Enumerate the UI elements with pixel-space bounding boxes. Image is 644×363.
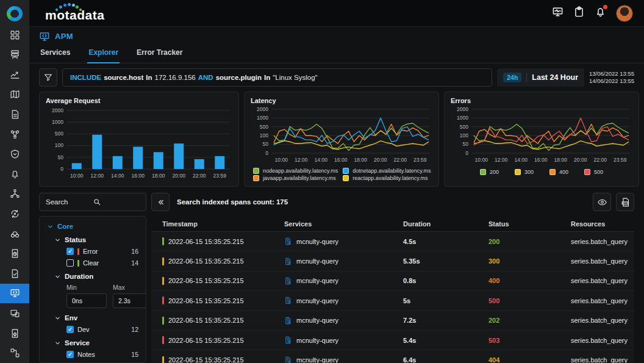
table-row[interactable]: 2022-06-15 15:35:25.215mcnulty-query5s50… [151, 291, 634, 311]
facet-option-dev[interactable]: ✓Dev12 [66, 326, 138, 333]
filter-funnel-button[interactable] [39, 68, 57, 87]
sidebar-item-audit-check-document[interactable] [0, 264, 29, 284]
eye-button[interactable] [593, 193, 611, 211]
facet-option-count: 14 [131, 259, 138, 267]
table-row[interactable]: 2022-06-15 15:35:25.215mcnulty-query5.35… [151, 251, 634, 271]
service-name: mcnulty-query [296, 356, 338, 363]
table-header-row: TimestampServicesDurationStatusResources [151, 216, 634, 232]
legend-item[interactable]: 500 [584, 169, 603, 175]
screen-activity-icon[interactable] [552, 6, 564, 20]
checkbox[interactable] [66, 259, 74, 267]
service-cell: mcnulty-query [273, 257, 392, 265]
facet-option-notes[interactable]: ✓Notes15 [66, 351, 138, 358]
sidebar-item-automation-sync[interactable] [0, 204, 29, 224]
sidebar-item-topology[interactable] [0, 124, 29, 145]
row-status-bar [162, 317, 164, 325]
brand-dot [76, 5, 79, 9]
facet-section-label: Env [65, 314, 77, 322]
sidebar [0, 0, 29, 363]
svg-text:2000: 2000 [457, 106, 468, 112]
legend-item[interactable]: 400 [549, 169, 568, 175]
tab-explorer[interactable]: Explorer [87, 46, 120, 63]
column-header-resources: Resources [560, 220, 634, 228]
config-document-icon [10, 328, 20, 339]
legend-item[interactable]: 200 [480, 169, 499, 175]
query-input[interactable]: INCLUDEsource.hostIn172.16.9.156ANDsourc… [62, 68, 492, 87]
checkbox[interactable]: ✓ [66, 326, 74, 333]
facet-option-error[interactable]: ✓Error16 [66, 248, 138, 255]
svg-text:18:00: 18:00 [554, 157, 568, 163]
sidebar-item-reports-document[interactable] [0, 104, 29, 124]
row-status-bar [162, 297, 164, 304]
table-row[interactable]: 2022-06-15 15:35:25.215mcnulty-query7.2s… [151, 311, 634, 331]
facet-section-header[interactable]: Status [54, 236, 138, 243]
timestamp-cell: 2022-06-15 15:35:25.215 [151, 237, 273, 245]
svg-text:100: 100 [460, 132, 468, 138]
sidebar-item-integrations-flow[interactable] [0, 343, 29, 363]
avatar[interactable] [616, 5, 633, 22]
sidebar-item-discovery-binoculars[interactable] [0, 224, 29, 244]
timestamp-value: 2022-06-15 15:35:25.215 [168, 317, 244, 324]
legend-item[interactable]: javaapp.availability.latency.ms [253, 175, 338, 181]
facet-option-count: 15 [131, 351, 138, 358]
facet-group-core[interactable]: Core [47, 223, 138, 230]
sidebar-item-devices[interactable] [0, 303, 29, 323]
tab-services[interactable]: Services [39, 46, 71, 63]
legend-item[interactable]: 300 [515, 169, 534, 175]
column-header-timestamp: Timestamp [151, 220, 273, 228]
sidebar-item-network-map[interactable] [0, 85, 29, 105]
duration-min-input[interactable] [66, 293, 107, 308]
service-cell: mcnulty-query [273, 356, 392, 363]
facet-section-header[interactable]: Service [54, 339, 138, 347]
legend-swatch [253, 168, 259, 174]
legend-item[interactable]: nodeapp.availability.latency.ms [253, 168, 338, 174]
status-color-bar [77, 260, 79, 267]
query-part: "Linux Syslog" [273, 74, 317, 81]
metrics-trend-icon [10, 70, 20, 80]
spans-toolbar-actions: CSV [593, 193, 634, 211]
notifications-bell-icon[interactable] [595, 6, 606, 20]
filter-row: INCLUDEsource.hostIn172.16.9.156ANDsourc… [39, 68, 634, 87]
sidebar-item-metrics-trend[interactable] [0, 65, 29, 85]
sidebar-item-policy-shield[interactable] [0, 144, 29, 164]
svg-text:23:59: 23:59 [413, 157, 427, 163]
timestamp-value: 2022-06-15 15:35:25.215 [168, 257, 244, 265]
column-header-services: Services [273, 220, 392, 228]
tab-error-tracker[interactable]: Error Tracker [135, 46, 184, 63]
collapse-panel-button[interactable] [151, 193, 170, 211]
topbar: motadata [29, 0, 644, 27]
sidebar-item-apm-monitor[interactable] [0, 284, 29, 304]
sidebar-item-infrastructure-server[interactable] [0, 45, 29, 65]
brand-logo-icon[interactable] [7, 6, 23, 21]
sidebar-item-config-document[interactable] [0, 323, 29, 343]
checkbox[interactable]: ✓ [66, 351, 74, 358]
service-name: mcnulty-query [296, 297, 338, 304]
sidebar-item-hierarchy[interactable] [0, 184, 29, 204]
facet-section-header[interactable]: Duration [54, 273, 138, 280]
checkbox[interactable]: ✓ [66, 248, 74, 255]
facet-option-clear[interactable]: Clear14 [66, 259, 138, 267]
svg-text:1000: 1000 [52, 119, 63, 125]
clipboard-icon[interactable] [573, 6, 585, 20]
svg-text:2000: 2000 [52, 107, 63, 113]
facet-section-header[interactable]: Env [54, 314, 138, 322]
sidebar-item-log-document[interactable] [0, 243, 29, 264]
facet-panel: CoreStatus✓Error16Clear14DurationMinMaxE… [39, 216, 146, 363]
export-csv-button[interactable]: CSV [616, 193, 634, 211]
time-range-picker[interactable]: 24h Last 24 Hour [497, 68, 584, 87]
table-row[interactable]: 2022-06-15 15:35:25.215mcnulty-query6.4s… [151, 350, 634, 363]
sidebar-item-dashboard-grid[interactable] [0, 25, 29, 45]
legend-item[interactable]: dotnetapp.availability.latency.ms [343, 168, 431, 174]
table-row[interactable]: 2022-06-15 15:35:25.215mcnulty-query5.4s… [151, 331, 634, 350]
duration-max-input[interactable] [113, 293, 146, 308]
brand-dot [68, 3, 71, 6]
facet-section-label: Service [65, 339, 90, 347]
table-row[interactable]: 2022-06-15 15:35:25.215mcnulty-query4.5s… [151, 232, 634, 251]
legend-item[interactable]: reactapp.availability.latency.ms [343, 175, 431, 181]
query-part: In [264, 74, 270, 81]
network-map-icon [10, 89, 20, 99]
table-row[interactable]: 2022-06-15 15:35:25.215mcnulty-query0.8s… [151, 271, 634, 291]
facet-search-input[interactable]: Search [39, 193, 146, 211]
sidebar-item-alerts-bell[interactable] [0, 164, 29, 184]
duration-range: MinMax [66, 284, 138, 308]
